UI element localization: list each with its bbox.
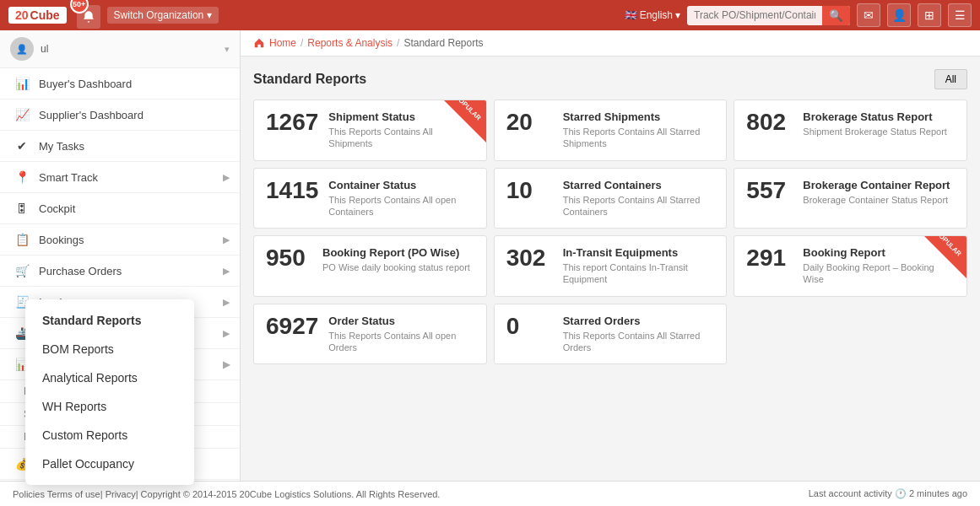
card-name: Booking Report (PO Wise): [322, 246, 474, 259]
grid-icon[interactable]: ⊞: [918, 3, 941, 27]
card-count: 1415: [266, 179, 318, 202]
reports-arrow: ▶: [223, 359, 230, 370]
card-brokerage-container[interactable]: 557 Brokerage Container Report Brokerage…: [734, 168, 967, 229]
card-name: Starred Orders: [563, 315, 715, 327]
invoices-arrow: ▶: [223, 297, 230, 308]
dropdown-item-bom[interactable]: BOM Reports: [25, 335, 194, 363]
dropdown-item-standard[interactable]: Standard Reports: [25, 306, 194, 335]
all-button[interactable]: All: [934, 69, 967, 89]
card-count: 10: [506, 179, 553, 202]
sidebar-item-cockpit[interactable]: 🎛 Cockpit: [0, 193, 240, 224]
bookings-icon: 📋: [14, 231, 30, 248]
bookings-arrow: ▶: [223, 234, 230, 245]
breadcrumb-reports[interactable]: Reports & Analysis: [307, 37, 393, 49]
card-count: 6927: [266, 315, 318, 338]
card-name: Brokerage Status Report: [803, 110, 955, 123]
empty-card: [734, 304, 967, 365]
dropdown-item-wh[interactable]: WH Reports: [25, 392, 194, 421]
sidebar-user[interactable]: 👤 ul ▾: [0, 30, 240, 68]
smart-track-arrow: ▶: [223, 172, 230, 183]
card-booking-report[interactable]: 291 Booking Report Daily Booking Report …: [734, 235, 967, 297]
card-name: Starred Containers: [563, 179, 715, 191]
card-brokerage-status[interactable]: 802 Brokerage Status Report Shipment Bro…: [734, 100, 967, 161]
card-count: 0: [506, 315, 553, 338]
card-order-status[interactable]: 6927 Order Status This Reports Contains …: [253, 304, 487, 365]
search-input[interactable]: [687, 7, 822, 24]
switch-org-button[interactable]: Switch Organization ▾: [107, 7, 219, 24]
card-desc: This Reports Contains All Starred Shipme…: [563, 126, 715, 150]
card-desc: PO Wise daily booking status report: [322, 261, 474, 273]
card-desc: Shipment Brokerage Status Report: [803, 126, 955, 137]
language-selector[interactable]: 🇬🇧 English ▾: [625, 9, 680, 21]
search-bar: 🔍: [687, 6, 850, 25]
reports-header: Standard Reports All: [253, 69, 967, 89]
sidebar-item-purchase-orders[interactable]: 🛒 Purchase Orders ▶: [0, 256, 240, 287]
card-booking-po-wise[interactable]: 950 Booking Report (PO Wise) PO Wise dai…: [253, 235, 487, 297]
messages-icon[interactable]: ✉: [857, 3, 880, 27]
breadcrumb-current: Standard Reports: [403, 37, 483, 49]
breadcrumb: Home / Reports & Analysis / Standard Rep…: [241, 30, 980, 57]
card-desc: This Reports Contains All Starred Contai…: [563, 194, 715, 218]
card-shipment-status[interactable]: 1267 Shipment Status This Reports Contai…: [253, 100, 487, 161]
card-name: Starred Shipments: [563, 110, 715, 123]
home-icon: [253, 37, 265, 49]
card-count: 1267: [266, 110, 318, 134]
card-count: 20: [506, 110, 553, 134]
dropdown-item-pallet[interactable]: Pallet Occupancy: [25, 449, 194, 478]
cards-grid: 1267 Shipment Status This Reports Contai…: [253, 100, 967, 364]
card-name: Container Status: [328, 179, 474, 191]
card-desc: This report Contains In-Transit Equipmen…: [563, 261, 715, 286]
card-name: In-Transit Equipments: [563, 246, 715, 259]
footer-right: Last account activity 🕐 2 minutes ago: [809, 488, 967, 499]
card-desc: Brokerage Container Status Report: [803, 194, 955, 206]
search-button[interactable]: 🔍: [822, 6, 850, 25]
sidebar-item-smart-track[interactable]: 📍 Smart Track ▶: [0, 162, 240, 193]
dropdown-item-custom[interactable]: Custom Reports: [25, 421, 194, 449]
card-name: Brokerage Container Report: [803, 179, 955, 191]
username: ul: [41, 43, 48, 55]
card-desc: This Reports Contains All open Orders: [328, 330, 474, 354]
card-container-status[interactable]: 1415 Container Status This Reports Conta…: [253, 168, 487, 229]
card-count: 302: [506, 246, 553, 270]
card-desc: This Reports Contains All Starred Orders: [563, 330, 715, 354]
reports-area: Standard Reports All 1267 Shipment Statu…: [241, 57, 980, 377]
purchase-orders-arrow: ▶: [223, 266, 230, 277]
card-count: 802: [746, 110, 793, 134]
sidebar-item-bookings[interactable]: 📋 Bookings ▶: [0, 224, 240, 256]
card-starred-orders[interactable]: 0 Starred Orders This Reports Contains A…: [494, 304, 728, 365]
sidebar-item-suppliers-dashboard[interactable]: 📈 Supplier's Dashboard: [0, 100, 240, 131]
shipments-arrow: ▶: [223, 328, 230, 339]
card-count: 557: [746, 179, 793, 202]
card-name: Order Status: [328, 315, 474, 327]
card-in-transit[interactable]: 302 In-Transit Equipments This report Co…: [494, 235, 728, 297]
notification-badge-wrapper: 50+: [77, 2, 100, 29]
suppliers-dashboard-icon: 📈: [14, 106, 30, 123]
breadcrumb-home[interactable]: Home: [269, 37, 296, 49]
cockpit-icon: 🎛: [14, 200, 30, 217]
tasks-icon: ✔: [14, 137, 30, 154]
navbar: 20Cube 50+ Switch Organization ▾ 🇬🇧 Engl…: [0, 0, 980, 30]
footer-left: Policies Terms of use| Privacy| Copyrigh…: [13, 489, 440, 499]
sidebar-item-buyers-dashboard[interactable]: 📊 Buyer's Dashboard: [0, 68, 240, 100]
dropdown-item-analytical[interactable]: Analytical Reports: [25, 363, 194, 392]
sidebar-item-my-tasks[interactable]: ✔ My Tasks: [0, 131, 240, 162]
menu-icon[interactable]: ☰: [948, 3, 972, 27]
content-area: Home / Reports & Analysis / Standard Rep…: [241, 30, 980, 481]
reports-title: Standard Reports: [253, 72, 366, 87]
card-desc: This Reports Contains All open Container…: [328, 194, 474, 218]
user-dropdown-arrow: ▾: [225, 44, 230, 55]
card-count: 950: [266, 246, 312, 270]
avatar: 👤: [10, 37, 34, 61]
app-logo: 20Cube: [8, 7, 67, 24]
buyers-dashboard-icon: 📊: [14, 75, 30, 92]
card-starred-containers[interactable]: 10 Starred Containers This Reports Conta…: [494, 168, 728, 229]
smart-track-icon: 📍: [14, 169, 30, 186]
reports-dropdown: Standard Reports BOM Reports Analytical …: [25, 299, 194, 485]
purchase-orders-icon: 🛒: [14, 262, 30, 279]
user-icon[interactable]: 👤: [887, 3, 911, 27]
card-starred-shipments[interactable]: 20 Starred Shipments This Reports Contai…: [494, 100, 728, 161]
card-count: 291: [746, 246, 793, 270]
